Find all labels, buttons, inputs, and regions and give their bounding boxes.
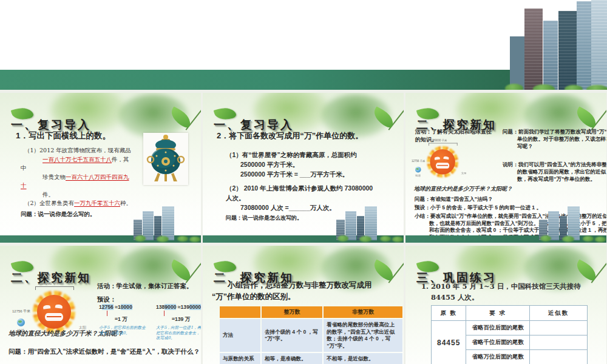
activity-text: 活动：学生试做，集体订正答案。 [97,282,200,291]
item-2-after: 件。 [42,191,54,198]
earth-icon [17,318,25,326]
slide-1-review-intro[interactable]: 一、复习导入 1．写出下面横线上的数。 （1）2012 年故宫博物院宣布，现有藏… [0,93,201,243]
item-1-wrap: 中 [21,164,27,171]
slide-5-explore-summary[interactable]: 二、探究新知 小组合作，总结整万数与非整万数改写成用 “万”作单位的数的区别。 … [203,246,404,364]
item-1-lead: （1）2012 年故宫博物院宣布，现有藏品 [24,147,131,153]
round-tick-mark [164,311,165,316]
example-note: 大于5，向前一位进1，再把它和右面的数全舍去，改写成0。 [156,325,201,341]
sun-icon [430,149,455,174]
highlighted-digits: 2756 [102,304,114,310]
example-1389000: 1389000 ≈1390000 =139 万 大于5，向前一位进1，再把它和右… [156,304,201,341]
city-buildings-decoration [539,203,605,240]
artifact-photo [143,133,188,185]
item-1-after: 件，其 [112,156,129,163]
item-2-lead: 珍贵文物 [42,174,66,180]
question-paragraph: 问题：前面我们学过了将整万数改写成用“万”作单位的数。对于非整万的数，又该怎样改… [503,128,606,150]
slide-title: 二、探究新知 [416,117,497,133]
slide-3-explore-new[interactable]: 二、探究新知 活动：了解有关太阳和地球直径的知识。 1389000 千米 127… [405,93,606,243]
earth-diameter-label: 12756 千米 [412,160,425,164]
top-banner-bar [0,70,513,90]
sun-label: 太阳 [461,172,466,176]
answer-cell[interactable] [529,321,587,335]
earth-diameter-label: 12756 千米 [12,309,30,314]
city-buildings-image [510,0,607,92]
building-tower [524,8,543,92]
slide-grid: 一、复习导入 1．写出下面横线上的数。 （1）2012 年故宫博物院宣布，现有藏… [0,90,607,364]
item-3-lead: （2）全世界鱼类有 [24,200,74,206]
task-body: （1）2012 年故宫博物院宣布，现有藏品 一百八十万七千五百五十八件，其 中 … [21,146,145,218]
question-line: 问题：说一说你是怎么写的。 [21,210,145,219]
slide-4-explore-practice[interactable]: 二、探究新知 1389000 千米 12756 千米 地球 太阳 活动：学生试做… [0,246,201,364]
city-buildings-decoration [336,203,402,240]
city-buildings-decoration [134,203,199,240]
building-tower [558,11,577,92]
highlighted-digits: 0000 [121,304,132,310]
slide-title: 一、复习导入 [11,117,91,133]
slide-2-review-rewrite[interactable]: 一、复习导入 2．将下面各数改写成用“万”作单位的数。 （1）有“世界屋脊”之称… [203,93,404,243]
question-paragraph: 问题：用“四舍五入”法求近似数时，是“舍”还是“入”，取决于什么？ [8,346,201,356]
explanation-paragraph: 说明：我们可以用“四舍五入”的方法先将非整万的数省略万后面的尾数，求出它的近似数… [503,161,606,183]
dimension-line [429,143,457,146]
dimension-line [35,286,74,290]
sun-diameter-label: 1389000 千米 [430,139,447,143]
building-tower [591,0,607,92]
item-2-line: （2） 2010 年上海世博会累计参观人数约 73080000 [226,183,393,193]
table-header-row: 原 数 要 求 近似数 [432,306,588,321]
number-in-words: 十 [21,182,27,189]
question-line: 问题：有谁知道“四舍五入”法吗？ [415,196,493,203]
answer-cell[interactable] [529,350,587,364]
original-number: 84455 [432,321,466,364]
worked-examples: 12756 ≈10000 =1 万 小于5，把它和右面的数全舍去，改写成0。 1… [99,304,201,341]
number-in-words: 一百六十八万四千四百九 [66,174,129,180]
exercise-table: 原 数 要 求 近似数 84455 省略百位后面的尾数 省略千位后面的尾数 省略… [431,305,588,364]
earth-question: 地球的直径大约是多少万千米？太阳呢？ [414,185,512,193]
earth-label: 地球 [415,174,421,178]
item-2-line: 人次。 [226,193,393,203]
table-header-row: 整万数 非整万数 [220,306,402,318]
round-tick-mark [107,311,108,316]
answer-cell[interactable] [529,335,587,350]
sun-icon [37,295,71,329]
slide-title: 二、探究新知 [11,270,91,286]
item-3-after: 种。 [120,200,132,206]
preset-line: 预设：小于 5 的舍去，等于或大于 5 的向前一位进 1 。 [415,204,541,212]
table-row: 与原数的关系 相等，是准确数。 不相等，是近似数。 [220,353,402,364]
comparison-table: 整万数 非整万数 方法 去掉个级的 4 个 0 ，写“万”字。 看省略的尾数部分… [219,305,404,364]
example-result: =1 万 [115,316,146,323]
table-row: 方法 去掉个级的 4 个 0 ，写“万”字。 看省略的尾数部分的最高位上的数字，… [220,319,402,352]
example-12756: 12756 ≈10000 =1 万 小于5，把它和右面的数全舍去，改写成0。 [99,304,146,341]
example-result: =139 万 [172,316,201,323]
highlighted-digits: 0000 [189,304,201,310]
number-in-words: 一万九千零五十六 [74,200,120,206]
slide-6-consolidation[interactable]: 三、巩固练习 1. 2010 年 5 月 1~3 日，中国科技馆三天共接待 84… [405,246,606,364]
table-row: 84455 省略百位后面的尾数 [432,321,588,335]
equation-line: 2500000 平方千米 = ___万平方千米。 [240,169,393,179]
building-tower [543,21,558,92]
example-note: 小于5，把它和右面的数全舍去，改写成0。 [99,325,146,335]
number-in-words: 一百八十万七千五百五十八 [42,156,112,163]
highlighted-digits: 9000 [164,304,176,310]
building-tower [577,1,591,92]
bronze-vessel-image [143,133,188,185]
earth-icon [415,167,421,173]
preset-label: 预设： [97,295,117,304]
slide-title: 三、巩固练习 [416,270,497,286]
sun-earth-figure: 1389000 千米 12756 千米 地球 太阳 [415,139,466,186]
item-1-line: （1）有“世界屋脊”之称的青藏高原，总面积约 [226,150,393,160]
slide-title: 二、探究新知 [214,270,294,286]
slide-title: 一、复习导入 [214,117,294,133]
slides-preview-page: 一、复习导入 1．写出下面横线上的数。 （1）2012 年故宫博物院宣布，现有藏… [0,0,607,364]
item-1-line: 2500000 平方千米。 [240,160,393,169]
